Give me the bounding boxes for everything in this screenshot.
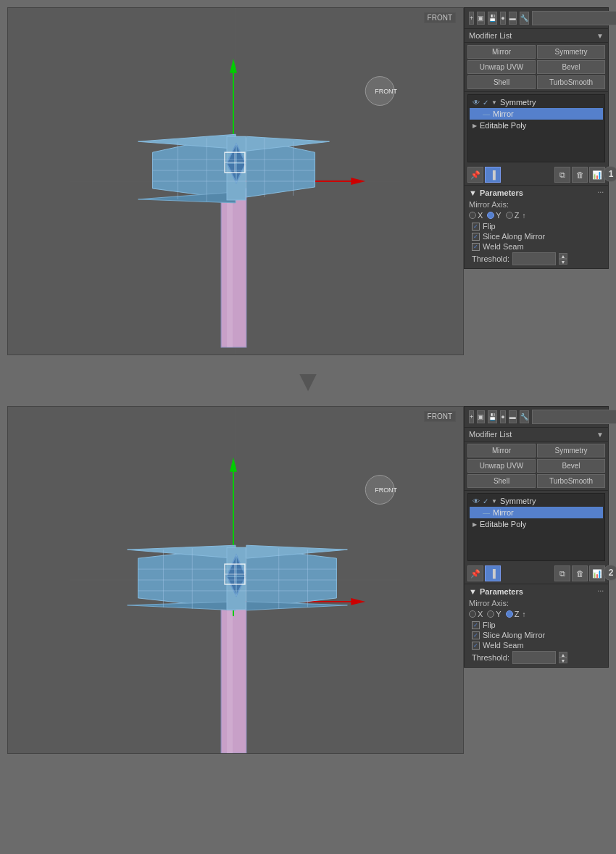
save-icon-bot[interactable]: 💾	[488, 410, 497, 423]
spinner-up-top[interactable]: ▲	[559, 253, 567, 259]
flip-checkbox-bottom[interactable]	[472, 621, 480, 629]
radio-circle-y-top	[487, 212, 494, 219]
expand-symmetry-top[interactable]: ▼	[491, 99, 497, 106]
stack-mirror-top[interactable]: — Mirror	[470, 108, 603, 120]
monitor-icon[interactable]: ▬	[509, 12, 517, 25]
svg-rect-33	[221, 609, 246, 753]
threshold-row-top: Threshold: 0.1m ▲ ▼	[469, 252, 604, 265]
save-icon[interactable]: 💾	[488, 12, 497, 25]
radio-circle-z-top	[506, 212, 513, 219]
sphere-icon-bot[interactable]: ●	[500, 410, 505, 423]
weld-seam-row-top[interactable]: Weld Seam	[469, 242, 604, 251]
stack-mirror-bot[interactable]: — Mirror	[470, 507, 603, 518]
mirror-axis-row-bottom: Mirror Axis:	[469, 599, 604, 608]
threshold-label-top: Threshold:	[472, 254, 509, 263]
copy-tool-top[interactable]: ⧉	[554, 167, 570, 183]
flip-row-top[interactable]: Flip	[469, 222, 604, 231]
slice-row-top[interactable]: Slice Along Mirror	[469, 232, 604, 241]
expand-poly-bot[interactable]: ▶	[473, 521, 477, 528]
params-title-bottom: Parameters	[480, 587, 523, 596]
top-panel-section: FRONT	[7, 7, 609, 355]
params-header-bottom[interactable]: ▼ Parameters ⋯	[469, 587, 604, 596]
stack-symmetry-bot[interactable]: 👁 ✓ ▼ Symmetry	[470, 495, 603, 507]
add-modifier-icon-bot[interactable]: +	[469, 410, 474, 423]
copy-tool-bot[interactable]: ⧉	[554, 565, 570, 581]
unwrap-uvw-btn-top[interactable]: Unwrap UVW	[467, 60, 536, 74]
add-modifier-icon[interactable]: +	[469, 12, 474, 25]
pin-tool-top[interactable]: 📌	[467, 167, 483, 183]
slice-label-bottom: Slice Along Mirror	[483, 631, 545, 639]
params-arrow-bottom: ▼	[469, 587, 477, 596]
viewport-top[interactable]: FRONT	[7, 7, 464, 355]
turbosmooth-btn-top[interactable]: TurboSmooth	[537, 75, 605, 89]
weld-checkbox-bottom[interactable]	[472, 642, 480, 650]
spinner-up-bottom[interactable]: ▲	[559, 652, 567, 658]
modifier-list-row-top[interactable]: Modifier List ▼	[465, 29, 608, 43]
bevel-btn-top[interactable]: Bevel	[537, 60, 605, 74]
channel-icon-bot[interactable]: ▣	[477, 410, 485, 423]
expand-symmetry-bot[interactable]: ▼	[491, 498, 497, 505]
modifier-buttons-top: Mirror Symmetry Unwrap UVW Bevel Shell T…	[465, 43, 608, 92]
pin-tool-bot[interactable]: 📌	[467, 565, 483, 581]
wrench-icon-bot[interactable]: 🔧	[520, 410, 529, 423]
unwrap-uvw-btn-bot[interactable]: Unwrap UVW	[467, 459, 536, 473]
params-title-top: Parameters	[480, 188, 523, 197]
viewport-label-bottom: FRONT	[424, 411, 456, 422]
weld-checkbox-top[interactable]	[472, 243, 480, 251]
down-arrow-icon: ▼	[294, 366, 322, 395]
modifier-list-row-bottom[interactable]: Modifier List ▼	[465, 428, 608, 441]
radio-label-z-bottom: Z	[515, 610, 520, 618]
object-name-top[interactable]: Cylinder002	[532, 11, 616, 25]
stack-active-tool-top[interactable]: ▐	[485, 167, 501, 183]
expand-poly-top[interactable]: ▶	[473, 123, 477, 129]
radio-x-top[interactable]: X	[469, 211, 483, 220]
bevel-btn-bot[interactable]: Bevel	[537, 459, 605, 473]
right-panel-bottom-inner: + ▣ 💾 ● ▬ 🔧 Cylinder002 Modifier List ▼ …	[464, 406, 609, 668]
channel-icon[interactable]: ▣	[477, 12, 485, 25]
slice-row-bottom[interactable]: Slice Along Mirror	[469, 631, 604, 639]
mirror-axis-row-top: Mirror Axis:	[469, 200, 604, 209]
radio-y-bottom[interactable]: Y	[487, 610, 501, 618]
flip-checkbox-top[interactable]	[472, 223, 480, 231]
slice-checkbox-top[interactable]	[472, 233, 480, 241]
radio-z-bottom[interactable]: Z	[506, 610, 520, 618]
wrench-icon[interactable]: 🔧	[520, 12, 529, 25]
slice-checkbox-bottom[interactable]	[472, 631, 480, 639]
radio-label-z-top: Z	[515, 211, 520, 220]
symmetry-btn-bot[interactable]: Symmetry	[537, 444, 605, 457]
svg-rect-4	[227, 188, 233, 347]
spinner-down-bottom[interactable]: ▼	[559, 658, 567, 663]
delete-tool-bot[interactable]: 🗑	[572, 565, 588, 581]
mirror-btn-top[interactable]: Mirror	[467, 45, 536, 59]
stack-active-tool-bot[interactable]: ▐	[485, 565, 501, 581]
params-dots-bottom: ⋯	[597, 588, 604, 595]
threshold-row-bottom: Threshold: 0.1m ▲ ▼	[469, 651, 604, 664]
turbosmooth-btn-bot[interactable]: TurboSmooth	[537, 474, 605, 488]
symmetry-btn-top[interactable]: Symmetry	[537, 45, 605, 59]
stack-editable-poly-top[interactable]: ▶ Editable Poly	[470, 120, 603, 131]
flip-row-bottom[interactable]: Flip	[469, 621, 604, 629]
check-icon-symmetry-bot: ✓	[483, 497, 488, 505]
radio-y-top[interactable]: Y	[487, 211, 501, 220]
radio-x-bottom[interactable]: X	[469, 610, 483, 618]
threshold-input-bottom[interactable]: 0.1m	[512, 651, 556, 664]
object-name-bottom[interactable]: Cylinder002	[532, 410, 616, 424]
stack-symmetry-top[interactable]: 👁 ✓ ▼ Symmetry	[470, 96, 603, 108]
svg-text:FRONT: FRONT	[375, 486, 397, 494]
delete-tool-top[interactable]: 🗑	[572, 167, 588, 183]
radio-z-top[interactable]: Z	[506, 211, 520, 220]
shell-btn-top[interactable]: Shell	[467, 75, 536, 89]
radio-label-x-top: X	[478, 211, 483, 220]
shell-btn-bot[interactable]: Shell	[467, 474, 536, 488]
mirror-btn-bot[interactable]: Mirror	[467, 444, 536, 457]
viewport-bottom[interactable]: FRONT	[7, 406, 464, 754]
params-header-top[interactable]: ▼ Parameters ⋯	[469, 188, 604, 197]
threshold-input-top[interactable]: 0.1m	[512, 252, 556, 265]
weld-seam-row-bottom[interactable]: Weld Seam	[469, 641, 604, 650]
symmetry-label-top: Symmetry	[500, 98, 600, 107]
spinner-down-top[interactable]: ▼	[559, 259, 567, 265]
sphere-icon[interactable]: ●	[500, 12, 505, 25]
bottom-panel-section: FRONT	[7, 406, 609, 754]
stack-editable-poly-bot[interactable]: ▶ Editable Poly	[470, 518, 603, 530]
monitor-icon-bot[interactable]: ▬	[509, 410, 517, 423]
